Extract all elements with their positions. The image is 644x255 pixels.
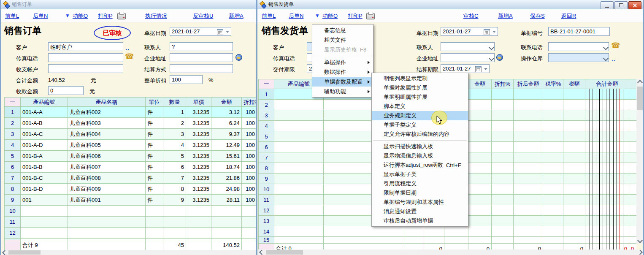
grid-cell[interactable]: 6 (163, 162, 186, 173)
grid-cell[interactable] (585, 110, 629, 121)
grid-cell[interactable] (563, 110, 585, 121)
column-header[interactable]: 一 (259, 79, 274, 89)
next-doc-link[interactable]: 后单N (289, 12, 303, 20)
grid-cell[interactable] (514, 195, 543, 205)
grid-cell[interactable] (514, 174, 543, 184)
grid-cell[interactable]: 4 (163, 140, 186, 151)
grid-cell[interactable]: 儿童百科006 (68, 151, 146, 162)
prev-doc-link[interactable]: 前单L (5, 12, 19, 20)
grid-cell[interactable] (585, 226, 629, 237)
row-number[interactable]: 1 (5, 107, 21, 118)
grid-cell[interactable] (163, 217, 186, 228)
grid-cell[interactable]: 001-A-D (21, 140, 68, 151)
grid-cell[interactable] (585, 152, 629, 163)
grid-cell[interactable] (563, 100, 585, 110)
grid-cell[interactable] (274, 174, 324, 184)
row-number[interactable]: 14 (259, 226, 274, 237)
menu-item[interactable]: 业务规则定义 (372, 111, 468, 120)
grid-cell[interactable] (468, 195, 492, 205)
grid-cell[interactable] (468, 174, 492, 184)
chevron-down-icon[interactable] (226, 31, 229, 33)
row-number[interactable]: 6 (5, 162, 21, 173)
grid-cell[interactable]: 3 (163, 129, 186, 140)
grid-cell[interactable] (146, 217, 163, 228)
grid-cell[interactable]: 儿童百科003 (68, 118, 146, 129)
menu-item[interactable]: 显示扫描快速输入板 (372, 142, 468, 151)
grid-cell[interactable]: 100 (242, 107, 256, 118)
grid-cell[interactable] (563, 184, 585, 195)
grid-cell[interactable] (242, 217, 256, 228)
grid-cell[interactable]: 3.1235 (186, 129, 211, 140)
grid-cell[interactable]: 100 (242, 173, 256, 184)
grid-cell[interactable] (563, 163, 585, 174)
grid-cell[interactable] (563, 174, 585, 184)
grid-cell[interactable] (274, 152, 324, 163)
doc-date-input[interactable]: 2021-01-27 (441, 27, 498, 36)
grid-cell[interactable] (514, 205, 543, 216)
grid-cell[interactable] (514, 121, 543, 131)
grid-cell[interactable] (629, 174, 637, 184)
grid-cell[interactable] (543, 100, 563, 110)
grid-cell[interactable] (468, 131, 492, 142)
grid-cell[interactable] (585, 131, 629, 142)
grid-cell[interactable] (492, 110, 514, 121)
column-header[interactable]: 單位 (146, 98, 163, 107)
grid-cell[interactable] (468, 121, 492, 131)
scroll-up-button[interactable] (636, 79, 643, 86)
column-header[interactable]: 金額 (211, 98, 242, 107)
grid-cell[interactable] (492, 226, 514, 237)
column-header[interactable]: 合計金額 (585, 79, 629, 89)
grid-cell[interactable] (585, 142, 629, 152)
grid-cell[interactable] (21, 206, 68, 217)
vertical-scrollbar[interactable] (636, 79, 643, 244)
row-number[interactable]: 1 (259, 89, 274, 100)
grid-cell[interactable] (563, 152, 585, 163)
functions-link[interactable]: 功能O (73, 12, 88, 20)
grid-cell[interactable] (543, 131, 563, 142)
contact-input[interactable]: ? (170, 42, 233, 51)
menu-item[interactable]: 脚本定义 (372, 102, 468, 111)
calendar-icon[interactable] (475, 66, 482, 72)
grid-cell[interactable] (468, 184, 492, 195)
grid-cell[interactable] (163, 206, 186, 217)
grid-cell[interactable] (492, 152, 514, 163)
audit-link[interactable]: 审核C (463, 12, 478, 20)
menu-item[interactable]: 单据编号规则和基本属性 (372, 198, 468, 207)
grid-cell[interactable] (543, 174, 563, 184)
grid-cell[interactable] (629, 163, 637, 174)
grid-cell[interactable] (514, 226, 543, 237)
grid-cell[interactable] (514, 131, 543, 142)
menu-item[interactable]: 单据子类定义 (372, 120, 468, 130)
grid-cell[interactable]: 3.1235 (186, 118, 211, 129)
grid-cell[interactable]: 100 (242, 151, 256, 162)
row-number[interactable]: 3 (5, 129, 21, 140)
grid-cell[interactable] (629, 226, 637, 237)
row-number[interactable]: 10 (5, 206, 21, 217)
menu-item[interactable]: 消息通知设置 (372, 207, 468, 216)
column-header[interactable]: 金額 (468, 79, 492, 89)
row-number[interactable]: 9 (259, 174, 274, 184)
grid-cell[interactable]: 3.1235 (186, 184, 211, 195)
grid-cell[interactable] (468, 205, 492, 216)
row-number[interactable]: 3 (259, 110, 274, 121)
grid-cell[interactable] (514, 142, 543, 152)
grid-cell[interactable]: 件 (146, 118, 163, 129)
column-header[interactable]: 折扣% (492, 79, 514, 89)
grid-cell[interactable] (21, 228, 68, 239)
grid-cell[interactable]: 001-B-B (21, 162, 68, 173)
grid-cell[interactable] (274, 163, 324, 174)
grid-cell[interactable]: 件 (146, 162, 163, 173)
grid-cell[interactable]: 件 (146, 129, 163, 140)
grid-cell[interactable]: 15.61 (211, 151, 242, 162)
grid-cell[interactable] (563, 205, 585, 216)
grid-cell[interactable] (274, 184, 324, 195)
grid-cell[interactable] (585, 121, 629, 131)
row-number[interactable]: 9 (5, 195, 21, 206)
grid-cell[interactable]: 9 (163, 195, 186, 206)
grid-cell[interactable] (424, 226, 444, 237)
grid-cell[interactable]: 3.1235 (186, 173, 211, 184)
grid-cell[interactable] (492, 216, 514, 226)
warehouse-combobox[interactable] (548, 53, 609, 62)
grid-cell[interactable] (629, 142, 637, 152)
grid-cell[interactable] (468, 142, 492, 152)
